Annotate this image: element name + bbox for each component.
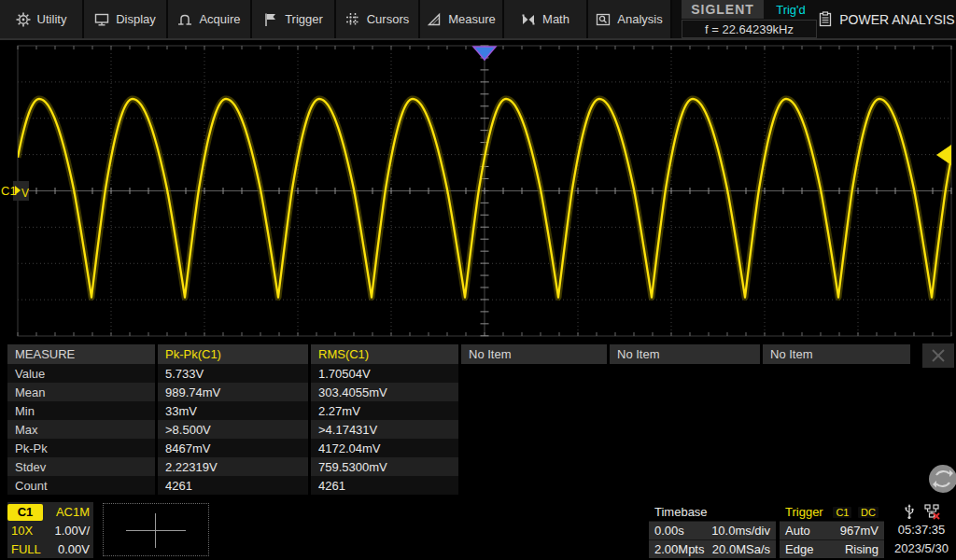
add-channel-placeholder[interactable] [103,503,209,556]
display-icon [94,12,109,27]
menu-trigger-label: Trigger [285,12,323,26]
measure-row-label: Min [7,401,155,420]
trigger-title: Trigger [785,505,823,519]
timebase-sample-rate: 20.0MSa/s [712,542,770,556]
measure-column-header-1[interactable]: Pk-Pk(C1) [158,344,308,364]
crosshair-icon [126,530,186,531]
graticule [18,46,951,336]
waveform-display: C1 V [0,40,956,343]
menu-utility-label: Utility [37,12,67,26]
menu-acquire-label: Acquire [199,12,240,26]
trigger-level-marker[interactable] [936,145,951,165]
menu-cursors-label: Cursors [367,12,410,26]
menu-bar: Utility Display Acquire Trigger [0,0,956,40]
measure-column-header-2[interactable]: RMS(C1) [311,344,458,364]
usb-icon [904,504,915,520]
timebase-title: Timebase [654,505,708,519]
measure-row-max: Max>8.500V>4.17431V [0,420,956,439]
power-analysis-label: POWER ANALYSIS [839,12,954,27]
menu-measure-label: Measure [448,12,496,26]
menu-display-label: Display [116,12,156,26]
svg-text:V: V [21,187,29,200]
measure-row-value: Value5.733V1.70504V [0,364,956,383]
acquire-icon [177,12,192,27]
menu-cursors[interactable]: Cursors [336,0,420,38]
measure-value: 8467mV [158,439,308,457]
menu-analysis-label: Analysis [617,12,662,26]
timebase-delay: 0.00s [654,524,684,538]
menu-math[interactable]: Math [504,0,588,38]
timebase-descriptor[interactable]: Timebase 0.00s 10.0ms/div 2.00Mpts 20.0M… [649,502,776,558]
channel1-volts-div: 1.00V/ [54,524,90,538]
clock-date: 2023/5/30 [887,539,956,558]
measure-value: 2.27mV [311,401,458,420]
measure-value: 4261 [311,476,458,495]
measure-value: 989.74mV [158,383,308,401]
trigger-source-chip: C1 [833,507,851,518]
measure-row-label: Value [7,364,155,383]
trigger-type: Edge [785,542,813,556]
measure-close-button[interactable] [922,343,954,368]
measure-value: 2.22319V [158,457,308,476]
trigger-level: 967mV [840,524,879,538]
channel1-badge: C1 [7,504,43,521]
trigger-slope: Rising [845,542,879,556]
measure-row-stdev: Stdev2.22319V759.5300mV [0,457,956,476]
measure-row-label: Max [7,420,155,439]
measure-column-header-4[interactable]: No Item [610,344,760,364]
measure-table-header: MEASUREPk-Pk(C1)RMS(C1)No ItemNo ItemNo … [0,344,956,364]
trigger-descriptor[interactable]: Trigger C1 DC Auto 967mV Edge Rising [780,502,884,558]
channel1-offset: 0.00V [58,542,90,556]
refresh-icon [927,463,956,495]
measure-value: 759.5300mV [311,457,458,476]
measure-table-title[interactable]: MEASURE [7,344,155,364]
measure-row-label: Pk-Pk [7,439,155,457]
power-analysis-button[interactable]: POWER ANALYSIS [818,0,956,38]
logo-block: SIGLENT Trig'd f = 22.64239kHz [682,0,818,38]
measure-row-label: Count [7,476,155,495]
channel1-coupling: AC1M [56,505,90,519]
measure-row-pk-pk: Pk-Pk8467mV4172.04mV [0,439,956,457]
measure-column-header-3[interactable]: No Item [461,344,607,364]
menu-math-label: Math [542,12,569,26]
clipboard-icon [819,11,832,27]
lan-disconnected-icon [924,504,940,520]
timebase-memory: 2.00Mpts [654,542,704,556]
close-icon [931,348,946,363]
menu-display[interactable]: Display [84,0,168,38]
trigger-mode: Auto [785,524,810,538]
trigger-status-badge: Trig'd [765,0,817,19]
analysis-icon [596,12,611,27]
measure-row-mean: Mean989.74mV303.4055mV [0,383,956,401]
measure-value: >4.17431V [311,420,458,439]
channel1-bandwidth: FULL [11,542,41,556]
status-area[interactable]: 05:37:35 2023/5/30 [887,502,956,558]
cursors-icon [345,12,360,27]
measure-column-header-5[interactable]: No Item [763,344,910,364]
menu-measure[interactable]: Measure [420,0,504,38]
flag-icon [263,12,278,27]
measure-value: 4261 [158,476,308,495]
oscilloscope-screen: { "colors": { "channel1_yellow": "#f5e10… [0,0,956,560]
siglent-logo: SIGLENT [682,0,764,19]
measure-row-label: Stdev [7,457,155,476]
timebase-scale: 10.0ms/div [711,524,770,538]
frequency-readout: f = 22.64239kHz [682,20,817,38]
measure-value: 33mV [158,401,308,420]
math-icon [521,12,536,27]
measure-value: 303.4055mV [311,383,458,401]
channel1-descriptor[interactable]: C1 AC1M 10X 1.00V/ FULL 0.00V [7,502,93,558]
menu-acquire[interactable]: Acquire [168,0,252,38]
menu-trigger[interactable]: Trigger [252,0,336,38]
channel1-attenuation: 10X [11,524,33,538]
clock-time: 05:37:35 [887,521,956,539]
measure-icon [427,12,442,27]
channel-offset-marker[interactable]: C1 V [1,181,29,201]
menu-analysis[interactable]: Analysis [588,0,672,38]
measure-value: 5.733V [158,364,308,383]
trigger-coupling-chip: DC [858,507,879,518]
menu-utility[interactable]: Utility [0,0,84,38]
measure-row-count: Count42614261 [0,476,956,495]
gesture-recenter-button[interactable] [927,463,956,495]
trigger-position-marker[interactable] [473,47,496,60]
